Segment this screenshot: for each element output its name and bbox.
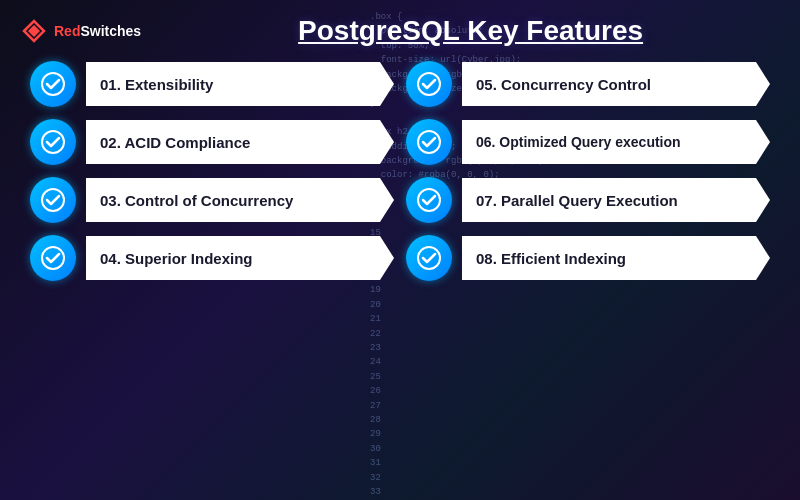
feature-label-f5: 05. Concurrency Control [462, 62, 770, 106]
feature-item-f7: 07. Parallel Query Execution [406, 177, 770, 223]
redswitches-logo-icon [20, 17, 48, 45]
title-section: PostgreSQL Key Features [161, 15, 780, 47]
feature-label-f4: 04. Superior Indexing [86, 236, 394, 280]
header: RedSwitches PostgreSQL Key Features [20, 15, 780, 47]
check-icon [40, 187, 66, 213]
feature-label-f1: 01. Extensibility [86, 62, 394, 106]
check-icon [416, 71, 442, 97]
svg-point-3 [418, 73, 440, 95]
check-icon [40, 129, 66, 155]
check-circle-f3 [30, 177, 76, 223]
feature-label-f8: 08. Efficient Indexing [462, 236, 770, 280]
feature-item-f3: 03. Control of Concurrency [30, 177, 394, 223]
feature-label-f7: 07. Parallel Query Execution [462, 178, 770, 222]
feature-item-f4: 04. Superior Indexing [30, 235, 394, 281]
check-icon [416, 129, 442, 155]
svg-point-4 [42, 131, 64, 153]
check-icon [416, 245, 442, 271]
feature-item-f1: 01. Extensibility [30, 61, 394, 107]
feature-item-f5: 05. Concurrency Control [406, 61, 770, 107]
svg-point-2 [42, 73, 64, 95]
check-circle-f7 [406, 177, 452, 223]
main-content: RedSwitches PostgreSQL Key Features 01. … [0, 0, 800, 296]
features-grid: 01. Extensibility 05. Concurrency Contro… [20, 61, 780, 281]
svg-point-5 [418, 131, 440, 153]
logo: RedSwitches [20, 17, 141, 45]
check-icon [40, 71, 66, 97]
check-circle-f8 [406, 235, 452, 281]
svg-point-7 [418, 189, 440, 211]
feature-label-f3: 03. Control of Concurrency [86, 178, 394, 222]
svg-point-8 [42, 247, 64, 269]
check-circle-f5 [406, 61, 452, 107]
check-circle-f6 [406, 119, 452, 165]
check-icon [416, 187, 442, 213]
feature-item-f6: 06. Optimized Query execution [406, 119, 770, 165]
feature-label-f2: 02. ACID Compliance [86, 120, 394, 164]
check-icon [40, 245, 66, 271]
page-title: PostgreSQL Key Features [161, 15, 780, 47]
feature-item-f2: 02. ACID Compliance [30, 119, 394, 165]
svg-point-9 [418, 247, 440, 269]
check-circle-f1 [30, 61, 76, 107]
check-circle-f4 [30, 235, 76, 281]
feature-item-f8: 08. Efficient Indexing [406, 235, 770, 281]
check-circle-f2 [30, 119, 76, 165]
svg-point-6 [42, 189, 64, 211]
feature-label-f6: 06. Optimized Query execution [462, 120, 770, 164]
logo-text: RedSwitches [54, 23, 141, 39]
